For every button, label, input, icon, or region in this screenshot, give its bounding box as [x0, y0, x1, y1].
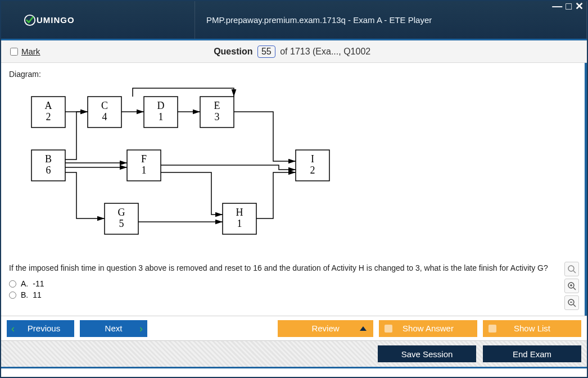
show-list-button[interactable]: Show List	[483, 320, 581, 337]
svg-text:6: 6	[46, 165, 51, 176]
svg-text:1: 1	[142, 165, 147, 176]
mark-checkbox[interactable]: Mark	[10, 47, 40, 56]
show-answer-label: Show Answer	[402, 324, 454, 333]
zoom-out-icon[interactable]	[564, 295, 579, 310]
logo-area: UMINGO	[1, 1, 195, 39]
square-icon	[489, 325, 496, 333]
review-label: Review	[311, 324, 339, 333]
show-list-label: Show List	[514, 324, 550, 333]
svg-text:H: H	[236, 207, 243, 218]
svg-text:A: A	[45, 100, 52, 111]
svg-point-34	[568, 266, 574, 271]
window-title: PMP.prepaway.premium.exam.1713q - Exam A…	[195, 1, 587, 39]
window-controls: — □ ✕	[552, 2, 584, 10]
question-number[interactable]: 55	[257, 45, 275, 58]
end-exam-label: End Exam	[513, 349, 551, 359]
end-exam-button[interactable]: End Exam	[483, 345, 581, 362]
show-answer-button[interactable]: Show Answer	[379, 320, 477, 337]
previous-label: Previous	[28, 324, 60, 333]
answer-letter: A.	[21, 279, 28, 288]
review-button[interactable]: Review	[278, 320, 373, 337]
question-text: If the imposed finish time in question 3…	[9, 263, 577, 272]
svg-line-35	[573, 271, 576, 273]
question-range: of 1713 (Exa..., Q1002	[280, 47, 370, 56]
svg-text:4: 4	[102, 111, 107, 122]
answer-option[interactable]: B. 11	[9, 290, 577, 299]
svg-text:F: F	[141, 153, 147, 165]
svg-text:1: 1	[159, 111, 164, 122]
close-icon[interactable]: ✕	[575, 2, 584, 10]
answer-option[interactable]: A. -11	[9, 279, 577, 288]
svg-text:B: B	[45, 153, 52, 165]
svg-text:1: 1	[237, 218, 242, 229]
answer-text: -11	[33, 279, 44, 288]
svg-text:I: I	[311, 153, 314, 165]
svg-text:2: 2	[46, 111, 51, 122]
chevron-left-icon: ‹	[11, 324, 15, 334]
diagram-label: Diagram:	[9, 70, 577, 79]
svg-text:2: 2	[310, 165, 315, 176]
session-toolbar: Save Session End Exam	[1, 340, 587, 368]
question-header: Mark Question 55 of 1713 (Exa..., Q1002	[1, 40, 587, 63]
question-word: Question	[214, 47, 252, 56]
previous-button[interactable]: ‹ Previous	[7, 320, 74, 337]
zoom-reset-icon[interactable]	[564, 262, 579, 276]
mark-input[interactable]	[10, 48, 18, 56]
title-bar: UMINGO PMP.prepaway.premium.exam.1713q -…	[1, 1, 587, 40]
next-button[interactable]: Next ›	[80, 320, 147, 337]
svg-text:3: 3	[215, 111, 220, 122]
question-indicator: Question 55 of 1713 (Exa..., Q1002	[40, 45, 544, 58]
answer-radio[interactable]	[9, 280, 16, 288]
square-icon	[385, 325, 392, 333]
brand-text: UMINGO	[37, 15, 75, 25]
mark-label: Mark	[21, 47, 40, 56]
minimize-icon[interactable]: —	[552, 2, 562, 10]
next-label: Next	[105, 324, 123, 333]
svg-text:D: D	[157, 100, 165, 111]
answer-text: 11	[33, 290, 42, 299]
check-icon	[24, 14, 36, 26]
nav-toolbar: ‹ Previous Next › Review Show Answer Sho…	[1, 316, 587, 340]
triangle-up-icon	[360, 326, 367, 331]
save-session-button[interactable]: Save Session	[378, 345, 476, 362]
answer-radio[interactable]	[9, 292, 16, 299]
save-session-label: Save Session	[401, 349, 453, 359]
svg-text:5: 5	[119, 218, 124, 229]
svg-text:C: C	[101, 100, 108, 111]
maximize-icon[interactable]: □	[566, 2, 572, 10]
svg-line-41	[573, 304, 576, 307]
network-diagram: .nbox { fill:#fff; stroke:#000; stroke-w…	[20, 85, 577, 250]
content-area: Diagram: .nbox { fill:#fff; stroke:#000;…	[1, 63, 587, 316]
zoom-in-icon[interactable]	[564, 279, 579, 293]
zoom-tools	[564, 262, 579, 310]
svg-text:G: G	[118, 207, 125, 218]
brand-logo: UMINGO	[24, 14, 75, 26]
chevron-right-icon: ›	[139, 324, 143, 334]
svg-line-37	[573, 288, 576, 290]
answer-letter: B.	[21, 290, 28, 299]
svg-text:E: E	[214, 100, 220, 111]
